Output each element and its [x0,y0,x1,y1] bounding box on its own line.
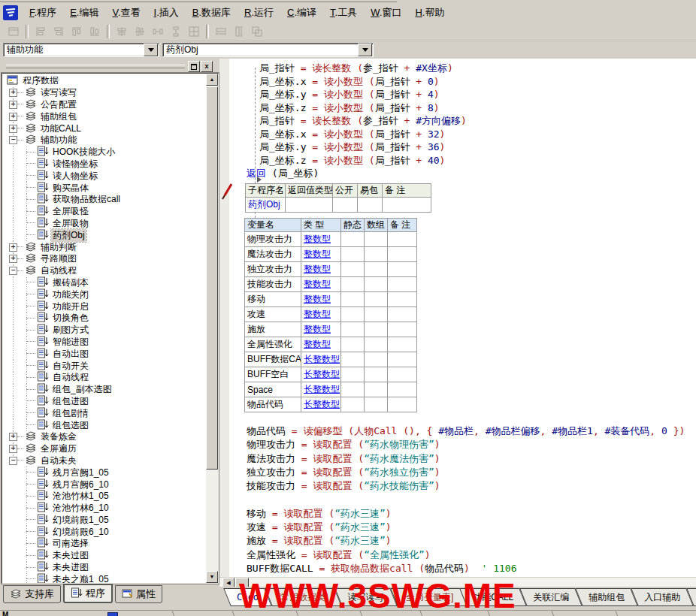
tree-expander[interactable] [9,457,17,465]
code-line[interactable]: 局_坐标.y = 读小数型 (局_指针 + 4) [259,88,440,101]
scroll-up-icon[interactable]: ▲ [206,74,218,86]
tree-item[interactable]: 功能开启 [2,300,206,313]
tree-item[interactable]: 装备炼金 [2,431,206,443]
tree-expander[interactable] [9,125,17,133]
tree-item[interactable]: 全屏吸怪 [2,206,206,218]
workspace-tab-idle[interactable]: 支持库 [3,585,61,603]
form-designer-icon[interactable] [5,23,23,40]
table-cell[interactable]: 长整数型 [301,397,340,412]
tree-item[interactable]: 自动未央 [2,455,206,467]
tree-item[interactable]: 沧池竹林1_05 [2,491,206,503]
tree-item[interactable]: 切换角色 [2,313,206,325]
table-cell[interactable]: 整数型 [301,292,340,306]
code-line[interactable]: 攻速 = 读取配置 (“药水三速”) [247,521,392,534]
tree-item[interactable]: 未央之巅1_05 [2,573,206,583]
table-cell[interactable] [341,397,364,412]
tree-item[interactable]: 全屏吸物 [2,218,206,230]
table-cell[interactable] [365,322,387,337]
table-cell[interactable] [388,322,416,337]
tree-item[interactable]: 搬砖副本 [2,277,206,289]
table-cell[interactable]: 物品代码 [245,397,301,412]
menu-R[interactable]: R.运行 [238,5,280,20]
table-cell[interactable] [388,232,416,246]
center-horizontal-icon[interactable] [113,23,131,40]
table-cell[interactable]: 药剂Obj [246,198,285,212]
tree-expander[interactable] [9,89,17,97]
tree-expander[interactable] [9,136,17,144]
table-cell[interactable]: 整数型 [301,277,340,291]
table-cell[interactable] [388,292,416,306]
module-combobox-value[interactable]: 辅助功能 [4,44,143,56]
tree-expander[interactable] [9,113,17,121]
workspace-tab-active[interactable]: 程序 [63,584,113,603]
size-to-grid-icon[interactable] [185,23,203,40]
table-cell[interactable] [388,382,416,397]
code-line[interactable]: 局_坐标.x = 读小数型 (局_指针 + 0) [259,75,440,89]
tree-scrollbar-thumb[interactable] [206,86,218,470]
tree-item[interactable]: 全屏遍历 [2,443,206,455]
code-line[interactable]: 魔法攻击力 = 读取配置 (“药水魔法伤害”) [247,452,440,466]
tree-item[interactable]: 程序数据 [2,75,206,87]
table-cell[interactable] [388,367,416,382]
workspace-tab-idle[interactable]: 属性 [115,585,162,603]
align-top-icon[interactable] [68,23,86,40]
tree-expander[interactable] [9,445,17,453]
panel-grip[interactable]: x [0,60,219,71]
code-line[interactable]: 局_坐标.z = 读小数型 (局_指针 + 40) [259,154,445,168]
tree-item[interactable]: 智能进图 [2,337,206,349]
table-cell[interactable] [286,198,332,212]
menu-C[interactable]: C.编译 [280,5,323,20]
table-cell[interactable]: BUFF数据CALL [245,352,301,367]
align-left-icon[interactable] [32,23,50,40]
tree-item[interactable]: 功能关闭 [2,288,206,300]
code-line[interactable]: 局_指针 = 读长整数 (参_指针 + #方向偏移) [259,114,467,128]
align-bottom-icon[interactable] [86,23,104,40]
table-cell[interactable] [388,307,416,322]
table-cell[interactable] [358,198,382,212]
table-cell[interactable] [383,198,431,212]
tree-item[interactable]: 药剂Obj [2,229,206,241]
code-line[interactable]: 独立攻击力 = 读取配置 (“药水独立伤害”) [247,466,440,479]
tree-item[interactable]: 寻路顺图 [2,253,206,265]
table-cell[interactable]: 整数型 [301,307,340,322]
subroutine-combobox[interactable]: 药剂Obj [162,43,374,57]
tree-item[interactable]: 沧池竹林6_10 [2,503,206,515]
code-line[interactable]: 物理攻击力 = 读取配置 (“药水物理伤害”) [247,438,440,451]
same-size-icon[interactable] [248,23,266,40]
table-cell[interactable] [365,262,387,276]
table-cell[interactable]: 物理攻击力 [245,232,301,246]
tree-item[interactable]: 司南选择 [2,538,206,550]
table-cell[interactable] [388,352,416,367]
panel-grip-handle[interactable] [6,65,185,68]
table-cell[interactable]: 整数型 [301,322,340,337]
code-line[interactable]: 施放 = 读取配置 (“药水三速”) [247,534,392,548]
unit-tab[interactable]: 窗口程序集_窗 [690,588,696,606]
menu-V[interactable]: V.查看 [105,5,147,20]
code-line[interactable]: 局_坐标.y = 读小数型 (局_指针 + 36) [259,140,445,154]
tree-expander[interactable] [9,255,17,263]
table-cell[interactable] [388,247,416,261]
subroutine-combobox-dropdown-icon[interactable] [358,44,372,56]
table-cell[interactable]: 施放 [245,322,301,337]
tree-item[interactable]: 读人物坐标 [2,170,206,182]
table-cell[interactable] [341,232,364,246]
table-cell[interactable] [341,367,364,382]
table-cell[interactable]: 整数型 [301,337,340,352]
table-cell[interactable] [341,352,364,367]
tree-item[interactable]: 辅助判断 [2,241,206,253]
menu-B[interactable]: B.数据库 [186,5,238,20]
space-across-icon[interactable] [149,23,167,40]
table-cell[interactable] [341,337,364,352]
code-line[interactable]: 全属性强化 = 读取配置 (“全属性强化”) [247,548,431,562]
scroll-left-icon[interactable]: ◀ [222,578,235,587]
table-cell[interactable]: 长整数型 [301,367,340,382]
table-cell[interactable] [388,262,416,276]
table-cell[interactable] [365,382,387,397]
tree-item[interactable]: 自动出图 [2,348,206,360]
tree-item[interactable]: 自动线程 [2,265,206,277]
table-cell[interactable]: BUFF空白 [245,367,301,382]
table-cell[interactable] [341,247,364,261]
scroll-down-icon[interactable]: ▼ [206,571,218,583]
code-line[interactable]: 局_坐标.z = 读小数型 (局_指针 + 8) [259,101,440,115]
tree-item[interactable]: 组包_副本选图 [2,384,206,396]
